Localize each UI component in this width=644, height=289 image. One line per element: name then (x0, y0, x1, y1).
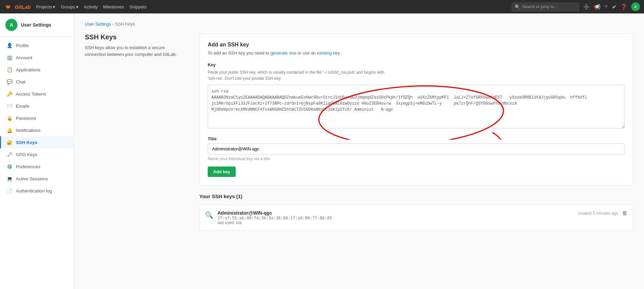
nav-activity[interactable]: Activity (84, 4, 98, 9)
ssh-keys-icon: 🔐 (6, 140, 12, 145)
active-sessions-icon: 💻 (6, 176, 12, 181)
key-item-last-used: last used: n/a (217, 220, 574, 225)
sidebar-item-ssh-keys[interactable]: 🔐 SSH Keys (0, 136, 74, 148)
search-box[interactable]: 🔍 Search or jump to... (512, 3, 579, 11)
title-input[interactable] (208, 143, 625, 154)
ssh-keys-section: Your SSH keys (1) 🔍 Administrator@WIN-qg… (199, 193, 633, 231)
notifications-icon: 🔔 (6, 128, 12, 133)
page-title: SSH Keys (85, 33, 186, 41)
sidebar: A User Settings 👤 Profile 🏢 Account 📋 Ap… (0, 13, 74, 289)
key-textarea[interactable]: ssh-rsa AAAAB3NzaC1yc2EAAAADAQABAAABAQDZ… (208, 85, 625, 129)
page-content: SSH Keys SSH keys allow you to establish… (85, 33, 633, 231)
sidebar-item-emails[interactable]: ✉️ Emails (0, 100, 74, 112)
brand-logo[interactable]: GitLab (4, 3, 31, 11)
chevron-down-icon: ▾ (76, 4, 78, 9)
sidebar-navigation: 👤 Profile 🏢 Account 📋 Applications 💬 Cha… (0, 37, 74, 200)
section-right: Add an SSH key To add an SSH key you nee… (199, 33, 633, 231)
sidebar-title: User Settings (21, 22, 51, 28)
title-label: Title (208, 136, 625, 141)
sidebar-item-active-sessions[interactable]: 💻 Active Sessions (0, 173, 74, 185)
sidebar-item-notifications[interactable]: 🔔 Notifications (0, 124, 74, 136)
password-icon: 🔒 (6, 115, 12, 121)
page-description: SSH keys allow you to establish a secure… (85, 44, 186, 58)
nav-projects[interactable]: Projects ▾ (36, 4, 56, 9)
breadcrumb-parent[interactable]: User Settings (85, 22, 111, 27)
key-item-created: created 5 minutes ago (578, 211, 618, 216)
sidebar-item-access-tokens[interactable]: 🔑 Access Tokens (0, 88, 74, 100)
key-item-fingerprint: 27:af:55:ab:00:f4:3b:3a:36:68:1f:a9:00:7… (217, 216, 574, 220)
git-merge-icon[interactable]: ⑂ (605, 4, 608, 10)
authentication-log-icon: 📄 (6, 188, 12, 193)
key-input-container: ssh-rsa AAAAB3NzaC1yc2EAAAADAQABAAABAQDZ… (208, 85, 625, 130)
sidebar-item-preferences[interactable]: ⚙️ Preferences (0, 160, 74, 173)
key-fingerprint-icon: 🔍 (205, 211, 213, 219)
key-item-name: Administrator@WIN-qgc (217, 210, 574, 216)
key-list-item: 🔍 Administrator@WIN-qgc 27:af:55:ab:00:f… (199, 205, 633, 231)
sidebar-item-authentication-log[interactable]: 📄 Authentication log (0, 185, 74, 197)
user-avatar-sidebar: A (5, 19, 18, 31)
key-hint: Paste your public SSH key, which is usua… (208, 69, 625, 81)
profile-icon: 👤 (6, 43, 12, 48)
emails-icon: ✉️ (6, 103, 12, 109)
nav-milestones[interactable]: Milestones (103, 4, 124, 9)
section-left: SSH Keys SSH keys allow you to establish… (85, 33, 186, 231)
nav-snippets[interactable]: Snippets (129, 4, 146, 9)
keys-section-title: Your SSH keys (1) (199, 193, 633, 199)
help-icon[interactable]: ❓ (620, 4, 627, 10)
todo-icon[interactable]: ✔ (612, 4, 616, 10)
sidebar-item-applications[interactable]: 📋 Applications (0, 64, 74, 76)
existing-key-link[interactable]: existing key (317, 50, 340, 56)
main-layout: A User Settings 👤 Profile 🏢 Account 📋 Ap… (0, 13, 644, 289)
nav-right-area: 🔍 Search or jump to... ➕ 📢 ⑂ ✔ ❓ A (512, 2, 640, 11)
chat-icon: 💬 (6, 79, 12, 84)
main-content: User Settings › SSH Keys SSH Keys SSH ke… (74, 13, 644, 289)
chevron-down-icon: ▾ (53, 4, 55, 9)
breadcrumb-current: SSH Keys (115, 22, 135, 27)
key-item-actions: created 5 minutes ago 🗑 (578, 210, 628, 216)
plus-icon[interactable]: ➕ (583, 4, 590, 10)
nav-groups[interactable]: Groups ▾ (61, 4, 78, 9)
top-navigation: GitLab Projects ▾ Groups ▾ Activity Mile… (0, 0, 644, 13)
account-icon: 🏢 (6, 55, 12, 60)
sidebar-item-password[interactable]: 🔒 Password (0, 112, 74, 124)
key-label: Key (208, 62, 625, 67)
breadcrumb: User Settings › SSH Keys (85, 22, 633, 27)
sidebar-item-chat[interactable]: 💬 Chat (0, 76, 74, 88)
broadcast-icon[interactable]: 📢 (594, 4, 601, 10)
preferences-icon: ⚙️ (6, 164, 12, 169)
add-key-button[interactable]: Add key (208, 167, 236, 177)
delete-key-button[interactable]: 🗑 (622, 210, 628, 216)
applications-icon: 📋 (6, 67, 12, 72)
add-key-description: To add an SSH key you need to generate o… (208, 50, 625, 56)
user-avatar[interactable]: A (631, 2, 640, 11)
sidebar-item-gpg-keys[interactable]: 🗝️ GPG Keys (0, 148, 74, 160)
add-key-form: Add an SSH key To add an SSH key you nee… (199, 33, 633, 185)
gpg-keys-icon: 🗝️ (6, 152, 12, 157)
title-hint: Name your individual key via a title (208, 156, 625, 161)
sidebar-item-account[interactable]: 🏢 Account (0, 51, 74, 64)
sidebar-header: A User Settings (0, 13, 74, 37)
sidebar-item-profile[interactable]: 👤 Profile (0, 39, 74, 51)
generate-link[interactable]: generate one (270, 50, 296, 56)
access-tokens-icon: 🔑 (6, 91, 12, 97)
search-icon: 🔍 (515, 4, 520, 9)
add-key-title: Add an SSH key (208, 42, 625, 48)
key-item-info: Administrator@WIN-qgc 27:af:55:ab:00:f4:… (217, 210, 574, 225)
